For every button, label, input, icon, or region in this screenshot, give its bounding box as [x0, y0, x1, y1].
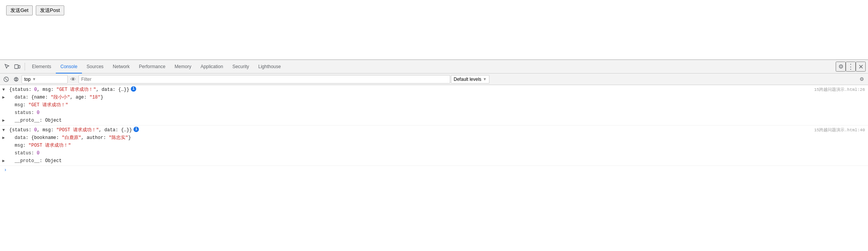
console-settings-icon[interactable]: ⚙: [857, 75, 866, 84]
entry1-proto-val: Object: [45, 117, 62, 124]
entry1-child-data: ▶ data: {name: "段小小", age: "18"}: [0, 94, 868, 101]
entry1-data-val: {name:: [31, 94, 50, 101]
entry1-expand-arrow[interactable]: ▼: [2, 86, 5, 93]
entry1-age-val: "18": [89, 94, 100, 101]
filter-input[interactable]: [78, 75, 450, 84]
entry2-status-key: status:: [15, 150, 37, 157]
entry2-summary-line: ▼ {status: 0, msg: "POST 请求成功！", data: {…: [0, 126, 868, 134]
entry2-data-sep: , author:: [81, 134, 109, 141]
entry1-status-val: 0: [34, 86, 37, 93]
entry2-msg-val: "POST 请求成功！": [56, 127, 98, 134]
console-prompt-line[interactable]: ›: [0, 166, 868, 174]
entry2-data-close: }: [128, 134, 131, 141]
entry2-bookname-val: "白鹿原": [62, 134, 81, 141]
entry2-child-msg: msg: "POST 请求成功！": [0, 142, 868, 149]
log-levels-selector[interactable]: Default levels ▼: [451, 75, 489, 84]
entry1-data-sep: , age:: [70, 94, 89, 101]
entry1-msg-key: msg:: [15, 102, 28, 109]
inspect-element-button[interactable]: [2, 62, 12, 72]
eye-icon-button[interactable]: 👁: [68, 75, 78, 84]
entry2-proto-key: __proto__:: [15, 157, 45, 164]
entry1-proto-key: __proto__:: [15, 117, 45, 124]
entry2-msg-key: msg:: [15, 142, 28, 149]
entry2-info-icon[interactable]: i: [134, 127, 139, 132]
entry1-name-val: "段小小": [51, 94, 70, 101]
console-entry-1: ▼ {status: 0, msg: "GET 请求成功！", data: {……: [0, 85, 868, 126]
entry1-proto-arrow[interactable]: ▶: [2, 117, 5, 124]
entry1-child-msg: msg: "GET 请求成功！": [0, 101, 868, 109]
entry1-child-status: status: 0: [0, 109, 868, 117]
entry1-info-icon[interactable]: i: [131, 86, 136, 92]
devtools-more-button[interactable]: ⋮: [846, 62, 856, 72]
tab-console[interactable]: Console: [56, 60, 82, 74]
entry2-child-status: status: 0: [0, 149, 868, 157]
devtools-settings-button[interactable]: ⚙: [836, 62, 846, 72]
entry2-data-arrow[interactable]: ▶: [2, 134, 5, 141]
entry1-data-close: }: [100, 94, 103, 101]
console-output: ▼ {status: 0, msg: "GET 请求成功！", data: {……: [0, 85, 868, 251]
entry2-status-val: 0: [34, 127, 37, 134]
tab-memory[interactable]: Memory: [170, 60, 196, 74]
svg-rect-1: [18, 65, 20, 68]
devtools-panel: Elements Console Sources Network Perform…: [0, 60, 868, 251]
entry1-msg-val: "GET 请求成功！": [56, 86, 96, 93]
tab-sources[interactable]: Sources: [82, 60, 108, 74]
device-toolbar-button[interactable]: [12, 62, 22, 72]
entry1-comma1: , msg:: [37, 86, 56, 93]
entry1-msg-value: "GET 请求成功！": [28, 102, 68, 109]
entry1-child-proto: ▶ __proto__: Object: [0, 117, 868, 124]
entry1-comma2: , data: {…}}: [96, 86, 129, 93]
tab-elements[interactable]: Elements: [27, 60, 56, 74]
entry1-data-arrow[interactable]: ▶: [2, 94, 5, 101]
entry2-author-val: "陈忠实": [109, 134, 128, 141]
tab-application[interactable]: Application: [196, 60, 228, 74]
entry2-status-value: 0: [37, 150, 40, 157]
send-get-button[interactable]: 发送Get: [6, 5, 33, 15]
prompt-arrow-icon: ›: [4, 167, 7, 173]
send-post-button[interactable]: 发送Post: [36, 5, 64, 15]
entry2-brace-open: {status:: [9, 127, 34, 134]
entry2-comma1: , msg:: [37, 127, 56, 134]
context-selector[interactable]: top ▼: [22, 75, 68, 84]
devtools-close-button[interactable]: ✕: [856, 62, 866, 72]
tab-separator: [25, 63, 25, 70]
svg-line-3: [5, 78, 7, 80]
entry2-expand-arrow[interactable]: ▼: [2, 127, 5, 134]
entry1-brace-open: {status:: [9, 86, 34, 93]
entry2-comma2: , data: {…}}: [99, 127, 132, 134]
devtools-tab-bar: Elements Console Sources Network Perform…: [0, 60, 868, 74]
entry1-data-key: data:: [15, 94, 31, 101]
filter-toggle-button[interactable]: [12, 75, 21, 84]
tab-performance[interactable]: Performance: [134, 60, 170, 74]
entry2-child-proto: ▶ __proto__: Object: [0, 157, 868, 165]
entry1-status-value: 0: [37, 109, 40, 116]
log-levels-chevron: ▼: [483, 77, 487, 81]
entry2-source-link[interactable]: 15跨越问题演示.html:40: [814, 127, 865, 134]
context-value: top: [24, 77, 31, 82]
entry2-data-key: data:: [15, 134, 31, 141]
page-content: 发送Get 发送Post: [0, 0, 868, 60]
tab-security[interactable]: Security: [228, 60, 254, 74]
entry2-child-data: ▶ data: {bookname: "白鹿原", author: "陈忠实"}: [0, 134, 868, 142]
log-levels-label: Default levels: [454, 77, 481, 82]
tab-network[interactable]: Network: [108, 60, 134, 74]
console-toolbar: top ▼ 👁 Default levels ▼ ⚙: [0, 74, 868, 85]
entry1-summary-line: ▼ {status: 0, msg: "GET 请求成功！", data: {……: [0, 86, 868, 94]
entry1-source-link[interactable]: 15跨越问题演示.html:26: [814, 86, 865, 93]
tab-lighthouse[interactable]: Lighthouse: [254, 60, 285, 74]
entry2-msg-value: "POST 请求成功！": [28, 142, 71, 149]
entry2-data-open: {bookname:: [31, 134, 62, 141]
entry2-proto-arrow[interactable]: ▶: [2, 157, 5, 164]
clear-console-button[interactable]: [2, 75, 11, 84]
entry1-status-key: status:: [15, 109, 37, 116]
console-entry-2: ▼ {status: 0, msg: "POST 请求成功！", data: {…: [0, 126, 868, 166]
svg-rect-0: [15, 65, 18, 69]
entry2-proto-val: Object: [45, 157, 62, 164]
chevron-down-icon: ▼: [32, 77, 36, 81]
